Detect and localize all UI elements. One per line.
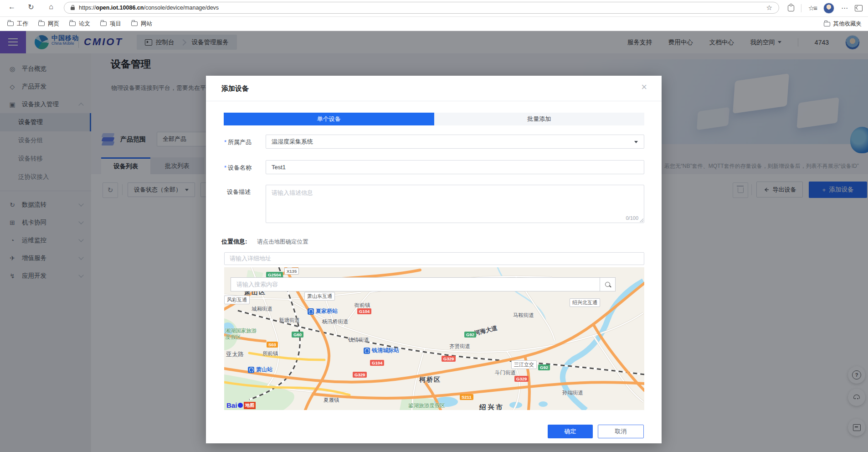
product-field-label: *所属产品 [224,138,252,146]
baidu-paw-icon [238,403,243,408]
bookmarks-bar: 工作 网页 论文 项目 网站 其他收藏夹 [0,17,868,31]
road-badge: G329 [353,372,367,378]
back-icon[interactable]: ← [6,3,17,11]
resize-handle-icon[interactable] [640,218,643,222]
folder-icon [38,21,45,26]
search-icon [605,282,610,287]
toolbar-divider [801,4,801,12]
folder-icon [100,21,107,26]
url-text: https://open.iot.10086.cn/console/device… [79,5,219,11]
favorite-star-icon[interactable]: ☆ [766,4,772,12]
desc-placeholder: 请输入描述信息 [272,189,313,197]
map-label: 城厢街道 [252,306,272,312]
map-label: 钱清街道 [348,337,369,343]
favorites-bar-icon[interactable]: ☆≡ [808,4,817,12]
product-select[interactable]: 温湿度采集系统 [266,135,644,149]
road-badge: G104 [370,360,384,366]
map-label: 新塘街道 [279,317,300,324]
required-asterisk: * [224,139,226,145]
baidu-map-logo: Bai 地图 [226,401,256,409]
location-label: 位置信息: [221,238,247,246]
extensions-icon[interactable] [788,5,794,11]
reload-icon[interactable]: ↻ [26,3,36,11]
metro-station-icon [364,348,370,354]
address-input[interactable]: 请输入详细地址 [224,252,644,265]
map-label: 鉴湖旅游度假区 [408,402,445,409]
map-label: 所前镇 [262,350,278,357]
add-device-dialog: 添加设备 × 单个设备 批量添加 *所属产品 温湿度采集系统 *设备名称 Tes… [206,76,662,443]
map-label: 风彩互通 [224,296,250,304]
folder-icon [69,21,76,26]
map-label: 柯桥区 [419,376,441,384]
required-asterisk: * [224,164,226,171]
location-hint: 请点击地图确定位置 [257,238,308,246]
address-bar[interactable]: https://open.iot.10086.cn/console/device… [64,2,779,14]
road-badge: S03 [267,342,278,348]
device-name-input[interactable]: Test1 [266,160,644,174]
cancel-button[interactable]: 取消 [598,425,644,438]
lock-icon [71,7,75,10]
map-search-bar: 请输入搜索内容 [231,277,616,291]
map-label: 绍兴北互通 [570,298,600,307]
road-badge: G329 [514,376,529,382]
map-label: 孙端街道 [562,390,583,396]
more-menu-icon[interactable]: ⋯ [841,4,848,12]
dialog-header-divider [206,101,662,101]
road-badge: G104 [357,308,371,314]
road-badge: G60 [292,332,303,338]
road-badge: S211 [460,394,473,400]
map-label: 马鞍街道 [513,312,534,319]
tab-batch-add[interactable]: 批量添加 [434,113,645,125]
chevron-down-icon [634,141,638,143]
map-label: 夏履镇 [324,397,339,404]
road-badge: G92 [464,332,476,338]
bookmark-folder[interactable]: 项目 [100,20,121,28]
map-station: 萧山站 [248,366,272,374]
map-label: 杨汛桥街道 [322,318,349,325]
name-field-label: *设备名称 [224,164,252,172]
folder-icon [131,21,138,26]
map-label: 三江立交 [511,360,537,369]
location-map[interactable]: 萧山区 风彩互通 萧山东互通 衙前镇 城厢街道 新塘街道 杨汛桥街道 湘湖国家旅… [224,267,644,410]
map-search-button[interactable] [600,278,615,291]
map-search-input[interactable]: 请输入搜索内容 [231,278,600,291]
bookmark-folder[interactable]: 工作 [7,20,28,28]
folder-icon [824,22,830,26]
other-favorites[interactable]: 其他收藏夹 [824,17,862,31]
map-label: 绍兴市 [479,403,504,410]
desc-field-label: 设备描述 [227,188,251,196]
browser-toolbar: ← ↻ ⌂ https://open.iot.10086.cn/console/… [0,0,868,17]
metro-station-icon [308,308,314,315]
road-badge: G329 [442,356,456,362]
confirm-button[interactable]: 确定 [548,425,593,438]
road-badge: G92 [538,364,550,370]
folder-icon [7,21,14,26]
device-desc-textarea[interactable]: 请输入描述信息 0/100 [266,185,644,223]
bookmark-folder[interactable]: 网站 [131,20,152,28]
browser-actions: ☆≡ ⋯ [788,0,868,16]
map-station: 夏家桥站 [308,307,338,315]
browser-profile-avatar[interactable] [823,3,834,14]
map-label: 亚太路 [226,350,244,358]
tab-single-device[interactable]: 单个设备 [224,113,434,125]
map-label: 湘湖国家旅游度假区 [225,327,259,341]
map-label: 衙前镇 [354,302,370,309]
bookmark-folder[interactable]: 网页 [38,20,59,28]
map-label: 齐贤街道 [449,343,470,350]
road-badge: X135 [284,268,299,275]
metro-station-icon [248,367,254,373]
map-label: 斗门街道 [495,369,516,376]
map-station: 钱清城际站 [364,347,399,354]
dialog-tabs: 单个设备 批量添加 [224,113,644,125]
sidebar-toggle-icon[interactable] [855,5,863,11]
home-icon[interactable]: ⌂ [46,3,56,11]
map-label: 萧山东互通 [304,292,335,301]
bookmark-folder[interactable]: 论文 [69,20,90,28]
close-icon[interactable]: × [641,81,647,93]
char-counter: 0/100 [626,215,638,221]
dialog-title: 添加设备 [221,84,249,93]
